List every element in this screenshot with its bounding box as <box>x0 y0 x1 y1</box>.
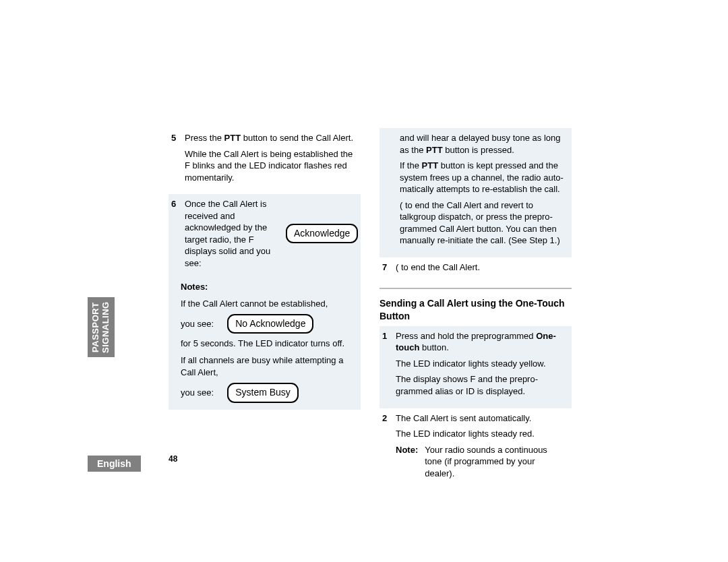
step-6-row: Once the Call Alert is received and ackn… <box>185 198 358 269</box>
note-text: Your radio sounds a continuous tone (if … <box>425 444 566 480</box>
notes-label: Notes: <box>181 282 208 292</box>
notes-you-see-1: you see: <box>181 318 214 330</box>
section-line-2: SIGNALING <box>101 301 111 353</box>
ot2-note: Note: Your radio sounds a continuous ton… <box>396 444 566 480</box>
step-number: 1 <box>382 330 390 402</box>
cont-p2: If the PTT button is kept pressed and th… <box>400 160 566 195</box>
notes-block: Notes: If the Call Alert cannot be estab… <box>169 276 361 409</box>
cont-block: and will hear a delayed busy tone as lon… <box>380 128 572 257</box>
notes-p3: for 5 seconds. The LED indicator turns o… <box>181 338 355 350</box>
page-number: 48 <box>169 454 177 464</box>
step-6-text: Once the Call Alert is received and ackn… <box>185 198 272 269</box>
section-line-1: PASSPORT <box>91 301 101 353</box>
section-heading: Sending a Call Alert using the One-Touch… <box>380 297 572 321</box>
step-7-text: ( to end the Call Alert. <box>396 261 566 274</box>
step-number: 6 <box>171 198 179 269</box>
left-column: 5 Press the PTT button to send the Call … <box>169 128 361 486</box>
notes-p4: If all channels are busy while attemptin… <box>181 354 355 379</box>
ot1-line1: Press and hold the preprogrammed One-tou… <box>396 330 566 354</box>
step-5-line-1: Press the PTT button to send the Call Al… <box>185 132 355 144</box>
step-number: 5 <box>171 132 179 187</box>
notes-row-2: you see: System Busy <box>181 383 355 403</box>
manual-page: PASSPORT SIGNALING English 48 5 Press th… <box>88 128 586 478</box>
step-6: 6 Once the Call Alert is received and ac… <box>169 194 361 276</box>
display-chip-acknowledge: Acknowledge <box>286 224 358 243</box>
one-touch-step-1: 1 Press and hold the preprogrammed One-t… <box>380 326 572 408</box>
right-column: and will hear a delayed busy tone as lon… <box>380 128 572 486</box>
step-number: 2 <box>382 412 390 480</box>
language-tab: English <box>88 456 141 472</box>
notes-row-1: you see: No Acknowledge <box>181 314 355 334</box>
section-divider <box>380 288 572 289</box>
ot1-p2: The LED indicator lights steady yellow. <box>396 358 566 370</box>
step-7: 7 ( to end the Call Alert. <box>380 257 572 284</box>
cont-p3: ( to end the Call Alert and revert to ta… <box>400 199 566 247</box>
one-touch-step-2: 2 The Call Alert is sent automatically. … <box>380 408 572 487</box>
note-label: Note: <box>396 444 418 480</box>
ot2-p1: The Call Alert is sent automatically. <box>396 412 566 425</box>
ot1-p3: The display shows F and the prepro-gramm… <box>396 373 566 397</box>
display-chip-no-acknowledge: No Acknowledge <box>227 314 313 334</box>
notes-p1: If the Call Alert cannot be established, <box>181 298 355 310</box>
step-5-para-2: While the Call Alert is being establishe… <box>185 148 355 184</box>
display-chip-system-busy: System Busy <box>227 383 299 403</box>
content-columns: 5 Press the PTT button to send the Call … <box>169 128 586 486</box>
ot2-p2: The LED indicator lights steady red. <box>396 428 566 440</box>
notes-you-see-2: you see: <box>181 387 214 399</box>
step-5: 5 Press the PTT button to send the Call … <box>169 128 361 194</box>
section-tab: PASSPORT SIGNALING <box>88 297 115 357</box>
step-number: 7 <box>382 261 390 278</box>
cont-p1: and will hear a delayed busy tone as lon… <box>400 132 566 156</box>
